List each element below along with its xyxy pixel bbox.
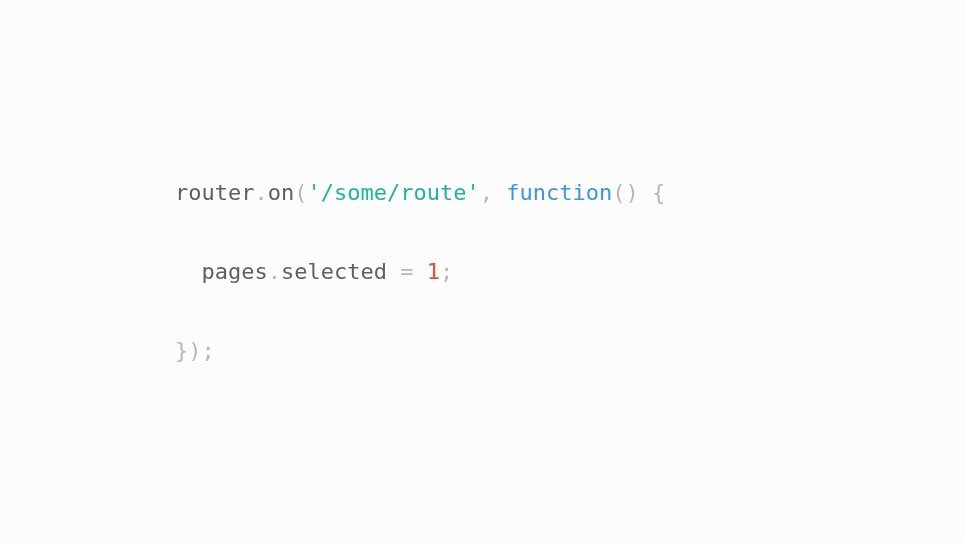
dot-operator: . <box>254 180 267 205</box>
code-line-1: router.on('/some/route', function() { <box>175 173 665 213</box>
open-paren: ( <box>294 180 307 205</box>
property-selected: selected <box>281 259 387 284</box>
dot-operator: . <box>268 259 281 284</box>
space <box>387 259 400 284</box>
code-line-2: pages.selected = 1; <box>175 252 665 292</box>
code-snippet: router.on('/some/route', function() { pa… <box>175 133 665 410</box>
space <box>413 259 426 284</box>
space <box>639 180 652 205</box>
string-route: '/some/route' <box>307 180 479 205</box>
identifier-pages: pages <box>201 259 267 284</box>
parens-empty: () <box>612 180 639 205</box>
number-literal: 1 <box>427 259 440 284</box>
method-on: on <box>268 180 295 205</box>
open-brace: { <box>652 180 665 205</box>
identifier-router: router <box>175 180 254 205</box>
keyword-function: function <box>506 180 612 205</box>
equals-operator: = <box>400 259 413 284</box>
semicolon: ; <box>202 338 215 363</box>
semicolon: ; <box>440 259 453 284</box>
space <box>493 180 506 205</box>
code-line-3: }); <box>175 331 665 371</box>
close-brace: } <box>175 338 188 363</box>
close-paren: ) <box>188 338 201 363</box>
comma: , <box>480 180 493 205</box>
